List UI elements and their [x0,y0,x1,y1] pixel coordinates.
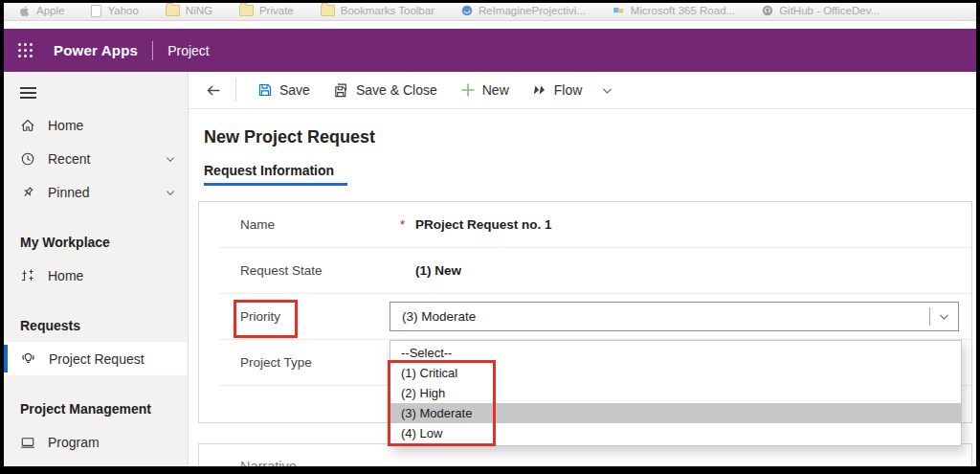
sidebar-item-pinned[interactable]: Pinned [4,175,188,209]
flow-icon [532,82,547,98]
browser-bookmarks-bar: Apple Yahoo NiNG Private Bookmarks Toolb… [4,3,976,21]
field-row-name: Name * PRoject Request no. 1 [199,202,971,247]
bookmark-label: ReImagineProjectivi... [479,5,586,16]
back-arrow-icon [206,82,222,99]
field-label: Priority [199,309,390,324]
command-bar: Save Save & Close New Flow [189,72,976,109]
clock-icon [20,151,35,167]
sidebar: Home Recent Pinned My Workplace Home Req… [4,72,189,466]
sidebar-item-label: Home [48,268,83,283]
field-label: Project Type [199,355,390,370]
sidebar-item-recent[interactable]: Recent [4,142,188,175]
bookmark-label: NiNG [186,5,212,16]
squares-icon [612,5,625,16]
app-name: Project [167,43,210,58]
github-icon [762,5,773,16]
chevron-down-icon[interactable] [930,310,958,323]
folder-icon [166,5,180,16]
field-value: PRoject Request no. 1 [415,217,552,232]
save-and-close-button[interactable]: Save & Close [322,72,449,108]
monitor-icon [20,435,35,450]
save-label: Save [279,82,310,98]
header-divider [152,41,153,60]
narrative-section-header: Narrative [198,443,972,466]
bookmark-label: Bookmarks Toolbar [341,5,434,16]
save-button[interactable]: Save [246,72,322,108]
bookmark-yahoo[interactable]: Yahoo [91,5,138,17]
bookmark-label: Apple [36,5,64,16]
folder-icon [321,5,335,16]
field-row-priority: Priority (3) Moderate --Sel [199,294,971,339]
bulb-icon [20,350,36,367]
sidebar-item-label: Project Request [49,351,145,367]
home-icon [20,118,35,133]
sidebar-item-label: Recent [48,151,90,167]
header-gap [4,21,976,29]
priority-select[interactable]: (3) Moderate [390,302,959,331]
field-value: (1) New [415,263,461,278]
field-value-cell: (3) Moderate --Select-- (1) Critical (2)… [390,302,971,331]
workplace-icon [20,268,35,283]
bookmark-apple[interactable]: Apple [19,5,64,17]
main-area: Save Save & Close New Flow [189,72,976,466]
dropdown-option-critical[interactable]: (1) Critical [390,363,961,383]
field-value-cell: (1) New [390,263,971,278]
sidebar-item-home[interactable]: Home [4,108,188,142]
required-asterisk: * [400,217,415,232]
request-information-section: Name * PRoject Request no. 1 Request Sta… [198,201,972,423]
plus-icon [460,82,476,98]
bookmark-label: GitHub - OfficeDev... [779,5,880,16]
field-label: Request State [199,263,390,278]
chevron-down-icon[interactable] [165,187,176,198]
back-button[interactable] [200,79,228,102]
save-close-label: Save & Close [356,82,437,98]
field-row-request-state: Request State (1) New [199,248,971,293]
save-close-icon [333,82,349,99]
sidebar-item-program[interactable]: Program [4,425,188,459]
priority-selected-value: (3) Moderate [390,309,929,324]
app-header: Power Apps Project [4,29,976,72]
bookmark-label: Microsoft 365 Road... [631,5,735,16]
more-commands-button[interactable] [593,84,621,97]
sidebar-section-requests: Requests [4,308,188,342]
form-content: New Project Request Request Information … [189,109,976,466]
dropdown-option-select[interactable]: --Select-- [390,343,961,363]
sidebar-item-project-request[interactable]: Project Request [4,342,188,375]
bookmark-github[interactable]: GitHub - OfficeDev... [762,5,880,16]
bookmark-label: Yahoo [107,5,138,16]
sidebar-item-workplace-home[interactable]: Home [4,259,188,292]
flow-button[interactable]: Flow [521,72,594,108]
swirl-icon [461,5,473,16]
toolbar-divider [235,79,236,102]
product-name: Power Apps [54,42,138,58]
dropdown-option-moderate[interactable]: (3) Moderate [390,403,961,423]
page-icon [91,5,101,17]
dropdown-option-high[interactable]: (2) High [390,383,961,403]
pin-icon [20,185,35,200]
bookmark-ning[interactable]: NiNG [166,5,212,16]
field-label: Name [199,217,390,232]
chevron-down-icon[interactable] [165,153,176,165]
chevron-down-icon [601,84,613,97]
flow-label: Flow [554,82,583,98]
tab-request-information[interactable]: Request Information [204,163,347,186]
field-value-cell[interactable]: * PRoject Request no. 1 [390,217,971,232]
sidebar-section-project-management: Project Management [4,392,188,425]
waffle-icon [18,43,33,57]
bookmark-reimagine[interactable]: ReImagineProjectivi... [461,5,586,16]
screen: Apple Yahoo NiNG Private Bookmarks Toolb… [4,3,976,466]
page-title: New Project Request [204,127,976,147]
bookmark-private[interactable]: Private [239,5,294,16]
new-label: New [482,82,509,98]
save-icon [257,82,273,98]
folder-icon [239,5,254,16]
new-button[interactable]: New [449,72,521,108]
apple-icon [19,5,31,17]
sitemap-toggle-button[interactable] [20,87,36,99]
dropdown-option-low[interactable]: (4) Low [390,423,961,443]
sidebar-item-label: Home [48,118,83,133]
sidebar-item-label: Program [48,435,100,450]
waffle-menu-button[interactable] [4,29,48,72]
bookmark-bookmarks-toolbar[interactable]: Bookmarks Toolbar [321,5,434,16]
bookmark-ms365-roadmap[interactable]: Microsoft 365 Road... [612,5,735,16]
